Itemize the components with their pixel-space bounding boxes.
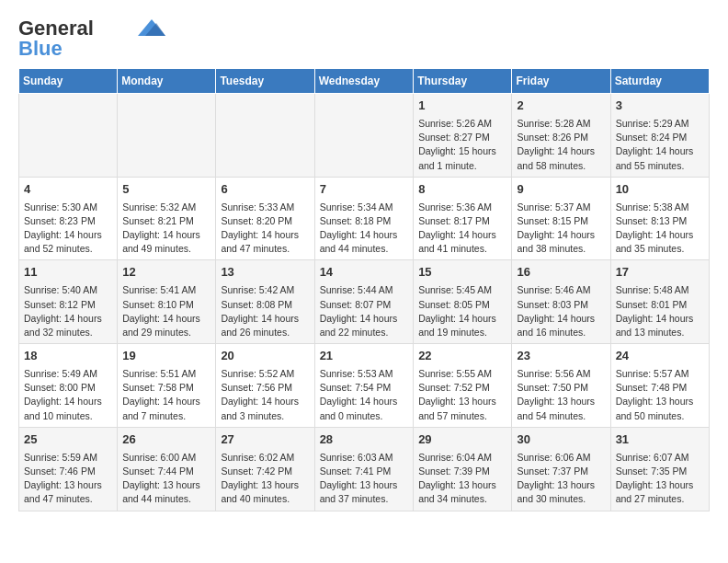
- day-number: 4: [24, 181, 112, 199]
- day-info: Sunrise: 5:44 AM Sunset: 8:07 PM Dayligh…: [320, 283, 409, 339]
- day-info: Sunrise: 5:36 AM Sunset: 8:17 PM Dayligh…: [418, 201, 506, 257]
- day-number: 22: [418, 348, 506, 365]
- calendar-cell: 7Sunrise: 5:34 AM Sunset: 8:18 PM Daylig…: [314, 177, 414, 260]
- header-monday: Monday: [118, 69, 216, 94]
- page-header: General Blue: [18, 18, 710, 59]
- calendar-cell: 4Sunrise: 5:30 AM Sunset: 8:23 PM Daylig…: [19, 177, 118, 260]
- logo-icon: [138, 19, 165, 36]
- calendar-cell: 9Sunrise: 5:37 AM Sunset: 8:15 PM Daylig…: [512, 177, 610, 260]
- day-number: 31: [616, 431, 704, 449]
- calendar-cell: 19Sunrise: 5:51 AM Sunset: 7:58 PM Dayli…: [118, 344, 216, 428]
- calendar-cell: 11Sunrise: 5:40 AM Sunset: 8:12 PM Dayli…: [19, 260, 118, 344]
- calendar-cell: 31Sunrise: 6:07 AM Sunset: 7:35 PM Dayli…: [610, 427, 709, 511]
- day-info: Sunrise: 5:59 AM Sunset: 7:46 PM Dayligh…: [24, 451, 112, 507]
- day-number: 10: [616, 181, 704, 199]
- day-info: Sunrise: 5:57 AM Sunset: 7:48 PM Dayligh…: [616, 367, 704, 423]
- day-number: 3: [616, 98, 704, 115]
- day-number: 2: [517, 98, 605, 115]
- logo-text: General: [18, 18, 94, 39]
- calendar-cell: 27Sunrise: 6:02 AM Sunset: 7:42 PM Dayli…: [216, 427, 314, 511]
- day-info: Sunrise: 5:32 AM Sunset: 8:21 PM Dayligh…: [122, 201, 210, 257]
- day-info: Sunrise: 5:53 AM Sunset: 7:54 PM Dayligh…: [320, 367, 409, 423]
- calendar-header-row: SundayMondayTuesdayWednesdayThursdayFrid…: [19, 69, 710, 94]
- header-sunday: Sunday: [19, 69, 118, 94]
- day-number: 17: [616, 264, 704, 282]
- day-info: Sunrise: 5:28 AM Sunset: 8:26 PM Dayligh…: [517, 117, 605, 173]
- day-number: 24: [616, 348, 704, 365]
- calendar-cell: 29Sunrise: 6:04 AM Sunset: 7:39 PM Dayli…: [414, 427, 512, 511]
- day-info: Sunrise: 5:38 AM Sunset: 8:13 PM Dayligh…: [616, 201, 704, 257]
- day-info: Sunrise: 5:45 AM Sunset: 8:05 PM Dayligh…: [418, 283, 506, 339]
- day-info: Sunrise: 5:26 AM Sunset: 8:27 PM Dayligh…: [418, 117, 506, 173]
- calendar-cell: 14Sunrise: 5:44 AM Sunset: 8:07 PM Dayli…: [314, 260, 414, 344]
- day-number: 8: [418, 181, 506, 199]
- calendar-cell: 6Sunrise: 5:33 AM Sunset: 8:20 PM Daylig…: [216, 177, 314, 260]
- day-info: Sunrise: 5:30 AM Sunset: 8:23 PM Dayligh…: [24, 201, 112, 257]
- calendar-cell: 10Sunrise: 5:38 AM Sunset: 8:13 PM Dayli…: [610, 177, 709, 260]
- calendar-cell: 25Sunrise: 5:59 AM Sunset: 7:46 PM Dayli…: [19, 427, 118, 511]
- day-info: Sunrise: 6:06 AM Sunset: 7:37 PM Dayligh…: [517, 451, 605, 507]
- calendar-cell: [216, 94, 314, 178]
- day-number: 26: [122, 431, 210, 449]
- logo-blue-text: Blue: [18, 39, 63, 59]
- day-number: 6: [221, 181, 309, 199]
- day-number: 29: [418, 431, 506, 449]
- week-row-5: 25Sunrise: 5:59 AM Sunset: 7:46 PM Dayli…: [19, 427, 710, 511]
- calendar-cell: 16Sunrise: 5:46 AM Sunset: 8:03 PM Dayli…: [512, 260, 610, 344]
- day-number: 21: [320, 348, 409, 365]
- calendar-cell: 5Sunrise: 5:32 AM Sunset: 8:21 PM Daylig…: [118, 177, 216, 260]
- day-info: Sunrise: 5:52 AM Sunset: 7:56 PM Dayligh…: [221, 367, 309, 423]
- day-number: 20: [221, 348, 309, 365]
- calendar-cell: 3Sunrise: 5:29 AM Sunset: 8:24 PM Daylig…: [610, 94, 709, 178]
- logo: General Blue: [18, 18, 165, 59]
- day-info: Sunrise: 5:29 AM Sunset: 8:24 PM Dayligh…: [616, 117, 704, 173]
- day-info: Sunrise: 5:48 AM Sunset: 8:01 PM Dayligh…: [616, 283, 704, 339]
- calendar-cell: 15Sunrise: 5:45 AM Sunset: 8:05 PM Dayli…: [414, 260, 512, 344]
- day-info: Sunrise: 5:41 AM Sunset: 8:10 PM Dayligh…: [122, 283, 210, 339]
- day-info: Sunrise: 5:42 AM Sunset: 8:08 PM Dayligh…: [221, 283, 309, 339]
- day-number: 7: [320, 181, 409, 199]
- day-number: 16: [517, 264, 605, 282]
- calendar-cell: 8Sunrise: 5:36 AM Sunset: 8:17 PM Daylig…: [414, 177, 512, 260]
- header-thursday: Thursday: [414, 69, 512, 94]
- week-row-2: 4Sunrise: 5:30 AM Sunset: 8:23 PM Daylig…: [19, 177, 710, 260]
- header-friday: Friday: [512, 69, 610, 94]
- day-number: 11: [24, 264, 112, 282]
- calendar-cell: [118, 94, 216, 178]
- day-number: 15: [418, 264, 506, 282]
- calendar-cell: [19, 94, 118, 178]
- day-number: 9: [517, 181, 605, 199]
- day-info: Sunrise: 6:04 AM Sunset: 7:39 PM Dayligh…: [418, 451, 506, 507]
- day-number: 25: [24, 431, 112, 449]
- day-number: 27: [221, 431, 309, 449]
- day-info: Sunrise: 6:03 AM Sunset: 7:41 PM Dayligh…: [320, 451, 409, 507]
- calendar-cell: 12Sunrise: 5:41 AM Sunset: 8:10 PM Dayli…: [118, 260, 216, 344]
- day-info: Sunrise: 5:55 AM Sunset: 7:52 PM Dayligh…: [418, 367, 506, 423]
- calendar-cell: 13Sunrise: 5:42 AM Sunset: 8:08 PM Dayli…: [216, 260, 314, 344]
- calendar-cell: 26Sunrise: 6:00 AM Sunset: 7:44 PM Dayli…: [118, 427, 216, 511]
- day-info: Sunrise: 5:49 AM Sunset: 8:00 PM Dayligh…: [24, 367, 112, 423]
- calendar-cell: 22Sunrise: 5:55 AM Sunset: 7:52 PM Dayli…: [414, 344, 512, 428]
- day-info: Sunrise: 5:40 AM Sunset: 8:12 PM Dayligh…: [24, 283, 112, 339]
- calendar-cell: 24Sunrise: 5:57 AM Sunset: 7:48 PM Dayli…: [610, 344, 709, 428]
- day-info: Sunrise: 5:56 AM Sunset: 7:50 PM Dayligh…: [517, 367, 605, 423]
- calendar-cell: 20Sunrise: 5:52 AM Sunset: 7:56 PM Dayli…: [216, 344, 314, 428]
- day-info: Sunrise: 6:02 AM Sunset: 7:42 PM Dayligh…: [221, 451, 309, 507]
- week-row-1: 1Sunrise: 5:26 AM Sunset: 8:27 PM Daylig…: [19, 94, 710, 178]
- day-number: 14: [320, 264, 409, 282]
- calendar-cell: 23Sunrise: 5:56 AM Sunset: 7:50 PM Dayli…: [512, 344, 610, 428]
- header-tuesday: Tuesday: [216, 69, 314, 94]
- calendar-cell: 17Sunrise: 5:48 AM Sunset: 8:01 PM Dayli…: [610, 260, 709, 344]
- day-number: 13: [221, 264, 309, 282]
- day-info: Sunrise: 5:46 AM Sunset: 8:03 PM Dayligh…: [517, 283, 605, 339]
- day-info: Sunrise: 5:34 AM Sunset: 8:18 PM Dayligh…: [320, 201, 409, 257]
- calendar-cell: 21Sunrise: 5:53 AM Sunset: 7:54 PM Dayli…: [314, 344, 414, 428]
- day-info: Sunrise: 5:51 AM Sunset: 7:58 PM Dayligh…: [122, 367, 210, 423]
- day-number: 23: [517, 348, 605, 365]
- day-number: 19: [122, 348, 210, 365]
- calendar-cell: 28Sunrise: 6:03 AM Sunset: 7:41 PM Dayli…: [314, 427, 414, 511]
- day-info: Sunrise: 5:37 AM Sunset: 8:15 PM Dayligh…: [517, 201, 605, 257]
- header-wednesday: Wednesday: [314, 69, 414, 94]
- calendar-table: SundayMondayTuesdayWednesdayThursdayFrid…: [18, 68, 710, 511]
- day-number: 18: [24, 348, 112, 365]
